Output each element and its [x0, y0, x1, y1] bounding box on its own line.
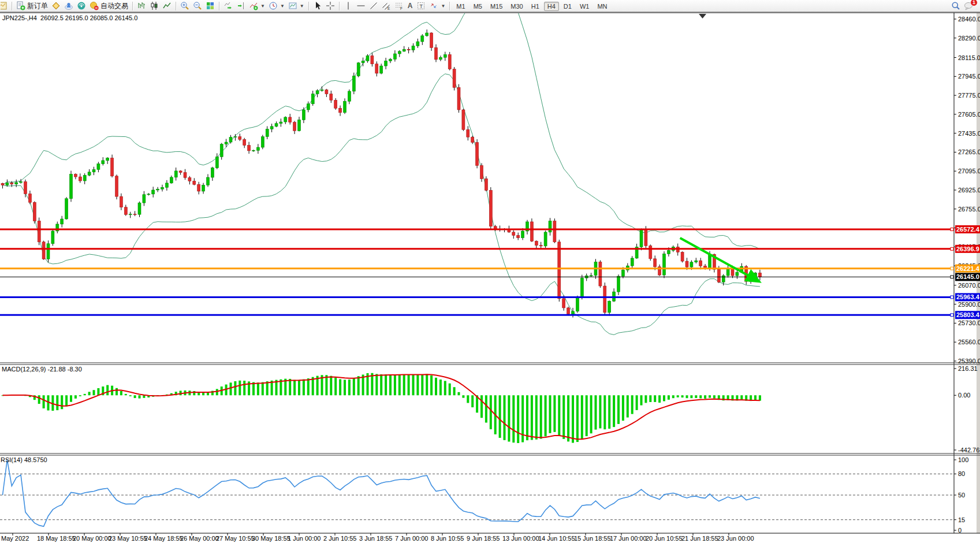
- chevron-down-icon: ▼: [260, 3, 265, 9]
- svg-text:24 May 18:55: 24 May 18:55: [144, 535, 183, 542]
- svg-text:26572.4: 26572.4: [956, 226, 980, 233]
- svg-text:28115.0: 28115.0: [958, 54, 980, 61]
- svg-text:14 Jun 10:55: 14 Jun 10:55: [538, 535, 575, 542]
- text-tool-label: A: [408, 2, 413, 10]
- timeframe-button-w1[interactable]: W1: [576, 2, 593, 11]
- svg-text:1 Jun 00:00: 1 Jun 00:00: [288, 535, 321, 542]
- auto-scroll-button[interactable]: [222, 1, 234, 12]
- indicators-button[interactable]: ▼: [247, 1, 267, 12]
- svg-text:30 May 18:55: 30 May 18:55: [252, 535, 290, 542]
- svg-text:25730.0: 25730.0: [958, 319, 980, 326]
- timeframe-button-h4[interactable]: H4: [544, 2, 559, 11]
- chart-shift-icon: [236, 1, 245, 10]
- timeframe-button-mn[interactable]: MN: [594, 2, 610, 11]
- svg-text:25900.0: 25900.0: [958, 301, 980, 308]
- text-tool-button[interactable]: A: [405, 1, 415, 12]
- chart-thumb-icon: [1, 1, 7, 10]
- signals-icon: [77, 1, 86, 10]
- line-chart-button[interactable]: [161, 1, 173, 12]
- svg-text:21 Jun 18:55: 21 Jun 18:55: [681, 535, 718, 542]
- svg-text:26070.0: 26070.0: [958, 282, 980, 289]
- timeframe-button-m5[interactable]: M5: [470, 2, 486, 11]
- chart-title: JPN225-,H4 26092.5 26195.0 26085.0 26145…: [2, 14, 137, 21]
- timeframe-button-d1[interactable]: D1: [560, 2, 575, 11]
- svg-text:216.31: 216.31: [958, 365, 978, 372]
- toolbar-separator: [308, 2, 309, 10]
- horizontal-line-icon: [356, 1, 366, 10]
- toolbar-separator: [132, 2, 133, 10]
- arrows-tool-button[interactable]: ▼: [427, 1, 447, 12]
- cursor-icon: [313, 1, 322, 10]
- candlestick-chart-button[interactable]: [148, 1, 161, 12]
- zoom-in-button[interactable]: [178, 1, 191, 12]
- vertical-line-tool-button[interactable]: [342, 1, 355, 12]
- signals-button[interactable]: [75, 1, 88, 12]
- svg-text:50: 50: [958, 492, 965, 499]
- timeframe-button-m15[interactable]: M15: [487, 2, 506, 11]
- clipped-toolbar-icon[interactable]: [1, 1, 9, 10]
- search-button[interactable]: [949, 1, 962, 12]
- community-icon: [64, 1, 73, 10]
- chevron-down-icon: ▼: [300, 3, 304, 9]
- svg-text:2 Jun 10:55: 2 Jun 10:55: [323, 535, 357, 542]
- svg-text:27435.0: 27435.0: [958, 130, 980, 137]
- svg-text:28460.0: 28460.0: [958, 16, 980, 23]
- text-label-icon: T: [416, 1, 426, 10]
- new-order-button[interactable]: 新订单: [14, 1, 50, 12]
- autotrading-button[interactable]: 自动交易: [88, 1, 130, 12]
- chart-canvas[interactable]: 28460.028290.028115.027945.027775.027605…: [0, 0, 980, 543]
- periods-button[interactable]: ▼: [267, 1, 286, 12]
- chart-shift-button[interactable]: [234, 1, 247, 12]
- bar-chart-button[interactable]: [135, 1, 148, 12]
- svg-text:25803.4: 25803.4: [956, 311, 980, 318]
- timeframe-button-m1[interactable]: M1: [453, 2, 468, 11]
- svg-text:9 Jun 18:55: 9 Jun 18:55: [467, 535, 500, 542]
- toolbar-separator: [12, 2, 12, 10]
- timeframe-button-h1[interactable]: H1: [528, 2, 543, 11]
- macd-indicator-label: MACD(12,26,9) -21.88 -8.30: [2, 366, 82, 373]
- tile-windows-icon: [206, 1, 215, 10]
- svg-text:20 May 00:00: 20 May 00:00: [73, 535, 111, 542]
- rsi-indicator-label: RSI(14) 48.5750: [1, 456, 47, 463]
- svg-text:100: 100: [958, 456, 968, 463]
- fibonacci-tool-button[interactable]: F: [393, 1, 405, 12]
- text-label-tool-button[interactable]: T: [415, 1, 427, 12]
- zoom-out-icon: [193, 1, 202, 10]
- new-order-icon: [16, 1, 25, 10]
- svg-text:17 Jun 00:00: 17 Jun 00:00: [610, 535, 647, 542]
- svg-text:0: 0: [958, 527, 962, 534]
- horizontal-line-tool-button[interactable]: [355, 1, 367, 12]
- trendline-tool-button[interactable]: [367, 1, 380, 12]
- auto-scroll-icon: [223, 1, 233, 10]
- svg-text:26925.0: 26925.0: [958, 187, 980, 194]
- community-button[interactable]: [62, 1, 75, 12]
- timeframe-button-m30[interactable]: M30: [507, 2, 526, 11]
- candlestick-chart-icon: [150, 1, 159, 10]
- svg-text:15 Jun 18:55: 15 Jun 18:55: [574, 535, 611, 542]
- svg-text:27095.0: 27095.0: [958, 168, 980, 174]
- equidistant-channel-tool-button[interactable]: E: [380, 1, 393, 12]
- notifications-button[interactable]: 1: [962, 1, 975, 12]
- line-chart-icon: [162, 1, 172, 10]
- autotrading-icon: [90, 1, 99, 10]
- crosshair-button[interactable]: [324, 1, 337, 12]
- svg-text:T: T: [420, 3, 423, 9]
- arrows-icon: [429, 1, 438, 10]
- autotrading-label: 自动交易: [100, 1, 128, 11]
- svg-text:27775.0: 27775.0: [958, 92, 980, 99]
- svg-text:7 Jun 00:00: 7 Jun 00:00: [395, 535, 428, 542]
- svg-text:May 2022: May 2022: [1, 535, 29, 542]
- market-button[interactable]: [50, 1, 62, 12]
- templates-button[interactable]: ▼: [286, 1, 306, 12]
- chart-background: [0, 12, 980, 543]
- zoom-out-button[interactable]: [191, 1, 204, 12]
- crosshair-icon: [326, 1, 335, 10]
- svg-text:25963.4: 25963.4: [956, 293, 980, 300]
- svg-text:28290.0: 28290.0: [958, 35, 980, 42]
- tile-windows-button[interactable]: [204, 1, 217, 12]
- svg-text:3 Jun 18:55: 3 Jun 18:55: [359, 535, 393, 542]
- zoom-in-icon: [180, 1, 189, 10]
- equidistant-channel-icon: E: [382, 1, 391, 10]
- cursor-button[interactable]: [311, 1, 324, 12]
- svg-text:18 May 18:55: 18 May 18:55: [37, 535, 76, 542]
